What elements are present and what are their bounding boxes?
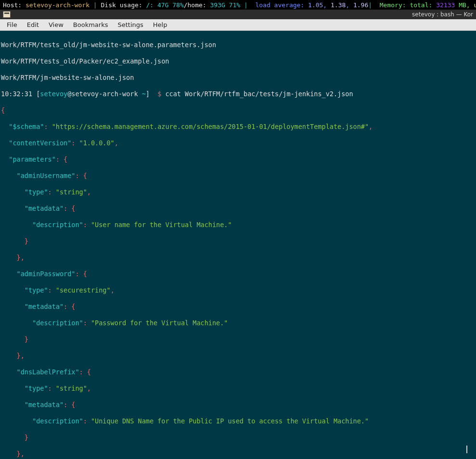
- menu-bookmarks[interactable]: Bookmarks: [68, 20, 113, 29]
- mem-total: 32133: [436, 1, 459, 9]
- text-cursor: [466, 446, 467, 453]
- prompt-time: 10:32:31: [1, 90, 36, 98]
- status-bar: Host: setevoy-arch-work | Disk usage: /:…: [0, 0, 476, 10]
- sep: ,: [466, 1, 474, 9]
- json-key: "type": [25, 188, 48, 196]
- json-value: "Password for the Virtual Machine.": [91, 319, 228, 327]
- menu-settings[interactable]: Settings: [113, 20, 148, 29]
- json-key: "description": [32, 417, 83, 425]
- terminal-icon: [3, 11, 11, 18]
- window-title: setevoy : bash — Kor: [412, 11, 473, 18]
- json-value: "1.0.0.0": [79, 139, 115, 147]
- prompt-user: setevoy: [40, 90, 67, 98]
- json-key: "adminUsername": [17, 172, 76, 179]
- json-key: "contentVersion": [9, 139, 71, 147]
- json-value: "User name for the Virtual Machine.": [91, 221, 232, 229]
- mem-total-label: total:: [410, 1, 436, 9]
- json-value: "string": [56, 384, 87, 392]
- mem-label: Memory:: [372, 1, 410, 9]
- json-key: "description": [32, 319, 83, 327]
- prompt-rb: ]: [146, 90, 157, 98]
- separator: |: [244, 1, 248, 9]
- json-brace: {: [1, 106, 5, 114]
- json-value: "Unique DNS Name for the Public IP used …: [91, 417, 369, 425]
- prompt-tilde: ~: [142, 90, 146, 98]
- load-label: load average:: [248, 1, 308, 9]
- menu-edit[interactable]: Edit: [22, 20, 44, 29]
- mem-used-label: used:: [474, 1, 476, 9]
- terminal-viewport[interactable]: Work/RTFM/tests_old/jm-website-sw-alone.…: [0, 31, 476, 459]
- json-key: "dnsLabelPrefix": [17, 368, 79, 376]
- menu-view[interactable]: View: [44, 20, 68, 29]
- json-value: "securestring": [56, 286, 111, 294]
- disk-home-label: /home:: [184, 1, 210, 9]
- json-value: "https://schema.management.azure.com/sch…: [52, 123, 369, 130]
- output-path: Work/RTFM/tests_old/Packer/ec2_example.j…: [1, 57, 169, 65]
- prompt-line: 10:32:31 [setevoy@setevoy-arch-work ~] $…: [1, 90, 475, 98]
- window-titlebar[interactable]: setevoy : bash — Kor: [0, 10, 476, 19]
- sep: ,: [323, 1, 331, 9]
- host-value: setevoy-arch-work: [22, 1, 93, 9]
- prompt-command: ccat Work/RTFM/rtfm_bac/tests/jm-jenkins…: [165, 90, 353, 98]
- output-path: Work/RTFM/tests_old/jm-website-sw-alone.…: [1, 41, 216, 49]
- json-key: "type": [25, 384, 48, 392]
- load-1: 1.05: [308, 1, 323, 9]
- prompt-host: setevoy-arch-work: [71, 90, 142, 98]
- output-path: Work/RTFM/jm-website-sw-alone.json: [1, 74, 134, 81]
- json-value: "string": [56, 188, 87, 196]
- menu-bar: File Edit View Bookmarks Settings Help: [0, 19, 476, 31]
- json-key: "description": [32, 221, 83, 229]
- disk-root: /: 47G 78%: [146, 1, 183, 9]
- json-key: "metadata": [25, 401, 64, 408]
- disk-label: Disk usage:: [97, 1, 146, 9]
- json-key: "metadata": [25, 204, 64, 212]
- separator: |: [368, 1, 372, 9]
- json-key: "metadata": [25, 303, 64, 310]
- menu-file[interactable]: File: [2, 20, 22, 29]
- load-2: 1.38: [331, 1, 346, 9]
- menu-help[interactable]: Help: [148, 20, 172, 29]
- json-key: "$schema": [9, 123, 44, 130]
- json-key: "adminPassword": [17, 270, 76, 278]
- disk-home: 393G 71%: [210, 1, 244, 9]
- prompt-dollar: $: [157, 90, 165, 98]
- separator: |: [93, 1, 97, 9]
- sep: ,: [346, 1, 353, 9]
- host-label: Host:: [3, 1, 22, 9]
- json-key: "type": [25, 286, 48, 294]
- mem-mb: MB: [459, 1, 466, 9]
- load-3: 1.96: [353, 1, 368, 9]
- json-key: "parameters": [9, 155, 56, 163]
